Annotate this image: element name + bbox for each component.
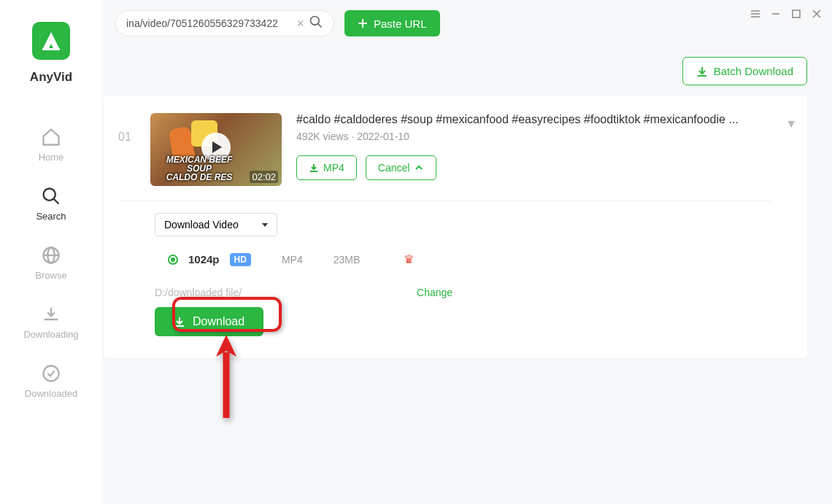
cancel-button[interactable]: Cancel: [366, 155, 437, 180]
video-views: 492K views: [296, 131, 357, 142]
paste-url-button[interactable]: Paste URL: [344, 10, 440, 36]
maximize-icon[interactable]: [791, 9, 801, 22]
downloading-icon: [41, 304, 61, 325]
search-box: ×: [115, 10, 334, 36]
nav-browse[interactable]: Browse: [0, 235, 102, 291]
change-path-link[interactable]: Change: [417, 287, 452, 298]
download-path: D:/downloaded file/: [155, 287, 242, 298]
chevron-up-icon: [414, 163, 424, 173]
mp4-button[interactable]: MP4: [296, 155, 357, 180]
nav-label: Home: [39, 152, 64, 163]
svg-line-2: [54, 199, 59, 204]
hd-badge: HD: [230, 253, 251, 266]
download-button[interactable]: Download: [155, 307, 263, 336]
download-icon: [309, 163, 319, 173]
batch-download-button[interactable]: Batch Download: [682, 57, 807, 85]
app-logo: [32, 22, 70, 60]
quality-resolution: 1024p: [188, 253, 220, 265]
globe-icon: [41, 245, 61, 265]
plus-icon: [358, 18, 368, 28]
nav-label: Downloading: [23, 329, 78, 340]
dropdown-label: Download Video: [164, 219, 239, 230]
cancel-label: Cancel: [378, 162, 410, 174]
thumb-caption: MEXICAN BEEF SOUP CALDO DE RES: [155, 155, 244, 182]
radio-selected-icon: [168, 255, 178, 265]
search-submit-icon[interactable]: [309, 15, 323, 32]
svg-rect-10: [358, 23, 367, 24]
nav-downloading[interactable]: Downloading: [0, 294, 102, 350]
close-icon[interactable]: [812, 9, 822, 22]
quality-format: MP4: [282, 254, 303, 265]
video-index: 01: [118, 113, 136, 144]
batch-download-label: Batch Download: [714, 65, 793, 77]
nav-label: Browse: [35, 270, 66, 281]
minimize-icon[interactable]: [771, 9, 781, 22]
download-icon: [174, 316, 185, 327]
menu-icon[interactable]: [750, 9, 760, 22]
download-type-dropdown[interactable]: Download Video: [155, 213, 277, 236]
nav-label: Downloaded: [25, 388, 77, 399]
mp4-label: MP4: [323, 162, 344, 174]
video-thumbnail[interactable]: MEXICAN BEEF SOUP CALDO DE RES 02:02: [150, 113, 282, 186]
svg-line-8: [318, 24, 322, 28]
nav-search[interactable]: Search: [0, 176, 102, 232]
video-date: 2022-01-10: [357, 131, 409, 142]
svg-point-7: [311, 17, 320, 26]
search-input[interactable]: [126, 18, 292, 29]
home-icon: [41, 127, 61, 147]
svg-point-1: [44, 189, 55, 201]
video-title: #caldo #caldoderes #soup #mexicanfood #e…: [296, 113, 763, 126]
quality-size: 23MB: [334, 254, 361, 265]
svg-point-6: [44, 366, 59, 381]
svg-rect-0: [42, 48, 60, 50]
nav-label: Search: [36, 211, 66, 222]
video-subtitle: 492K views2022-01-10: [296, 131, 771, 142]
video-duration: 02:02: [250, 171, 278, 183]
caret-down-icon: [262, 223, 268, 227]
download-icon: [696, 66, 708, 77]
search-icon: [41, 186, 61, 206]
collapse-icon[interactable]: ▼: [785, 117, 797, 131]
download-label: Download: [193, 315, 244, 328]
downloaded-icon: [41, 363, 61, 384]
nav-downloaded[interactable]: Downloaded: [0, 353, 102, 409]
paste-url-label: Paste URL: [374, 18, 427, 30]
app-name: AnyVid: [30, 70, 72, 85]
clear-icon[interactable]: ×: [292, 16, 309, 31]
quality-option[interactable]: 1024p HD MP4 23MB ♛: [155, 252, 771, 266]
nav-home[interactable]: Home: [0, 117, 102, 173]
crown-icon: ♛: [404, 252, 414, 266]
svg-rect-15: [793, 10, 800, 18]
